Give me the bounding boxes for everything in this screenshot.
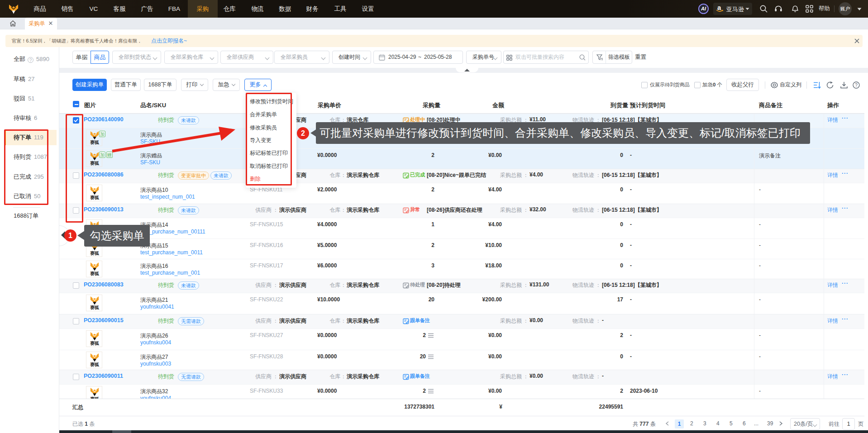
svg-text:?: ? [855, 83, 858, 88]
